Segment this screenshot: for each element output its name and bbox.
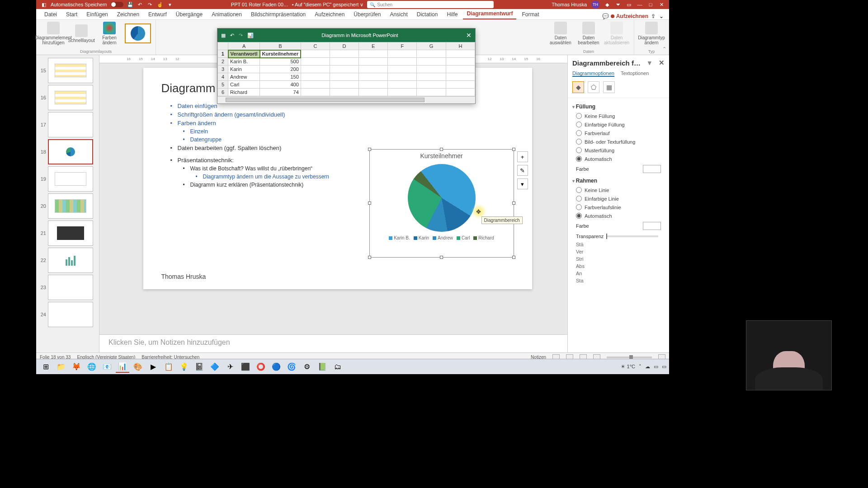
thumb-23[interactable]: 23 <box>36 274 99 301</box>
cell[interactable]: 200 <box>260 66 301 73</box>
taskbar-app-icon[interactable]: 🌀 <box>285 361 298 373</box>
tab-uebergaenge[interactable]: Übergänge <box>172 9 206 19</box>
fill-line-icon[interactable]: ◆ <box>572 81 584 93</box>
select-all-cell[interactable] <box>218 42 228 50</box>
truncated-option[interactable]: Abs <box>572 263 665 270</box>
thumb-19[interactable]: 19 <box>36 165 99 192</box>
fill-option[interactable]: Musterfüllung <box>572 146 665 155</box>
tray-icon[interactable]: ▭ <box>654 364 658 370</box>
chart-title[interactable]: Kursteilnehmer <box>370 150 514 162</box>
row-header[interactable]: 1 <box>218 50 228 58</box>
system-tray[interactable]: ☀ 1°C ˄ ☁ ▭ ▭ <box>621 364 666 370</box>
taskbar-app-icon[interactable]: ⬛ <box>239 361 252 373</box>
tray-chevron-icon[interactable]: ˄ <box>639 364 642 370</box>
chrome-icon[interactable]: 🌐 <box>85 361 99 373</box>
outlook-icon[interactable]: 📧 <box>100 361 114 373</box>
cell[interactable]: Karin <box>228 66 260 73</box>
resize-handle[interactable] <box>512 256 515 259</box>
tab-animationen[interactable]: Animationen <box>208 9 245 19</box>
resize-handle[interactable] <box>368 202 371 205</box>
datasheet-grid[interactable]: A B C D E F G H 1 Verantwortl Kursteilne… <box>217 42 475 96</box>
tab-ueberpruefen[interactable]: Überprüfen <box>350 9 384 19</box>
fill-option[interactable]: Keine Füllung <box>572 112 665 120</box>
chart-style-selected[interactable] <box>125 23 151 43</box>
cell[interactable]: Andrew <box>228 73 260 81</box>
column-header[interactable]: G <box>417 42 446 50</box>
cell[interactable]: Carl <box>228 81 260 89</box>
onenote-icon[interactable]: 📓 <box>193 361 206 373</box>
border-option[interactable]: Automatisch <box>572 211 665 220</box>
truncated-option[interactable]: Stri <box>572 255 665 263</box>
row-header[interactable]: 5 <box>218 81 228 89</box>
chart-object[interactable]: Kursteilnehmer Karin B. Karin Andrew Car… <box>369 149 514 258</box>
taskbar-app-icon[interactable]: 🔷 <box>208 361 222 373</box>
thumb-18[interactable]: 18 <box>36 138 99 165</box>
tab-bildschirm[interactable]: Bildschirmpräsentation <box>247 9 309 19</box>
excel-icon[interactable]: 📗 <box>316 361 329 373</box>
cell[interactable]: 400 <box>260 81 301 89</box>
chart-filter-button[interactable]: ▾ <box>517 178 528 189</box>
notes-pane[interactable]: Klicken Sie, um Notizen hinzuzufügen <box>99 334 567 352</box>
quick-layout-button[interactable]: Schnelllayout <box>69 24 94 43</box>
cell[interactable]: Richard <box>228 89 260 96</box>
row-header[interactable]: 4 <box>218 73 228 81</box>
size-properties-icon[interactable]: ▦ <box>603 81 615 93</box>
user-name[interactable]: Thomas Hruska <box>552 2 587 7</box>
autosave-toggle[interactable] <box>111 2 123 7</box>
user-avatar[interactable]: TH <box>591 0 599 9</box>
pie-chart[interactable] <box>408 164 476 232</box>
effects-icon[interactable]: ⬠ <box>588 81 599 93</box>
start-button[interactable]: ⊞ <box>39 361 52 373</box>
window-icon[interactable]: ▭ <box>626 1 632 8</box>
share-icon[interactable]: ⇪ <box>650 13 656 19</box>
close-pane-icon[interactable]: ✕ <box>659 59 665 67</box>
tab-format[interactable]: Format <box>518 9 542 19</box>
fill-section-title[interactable]: Füllung <box>572 103 665 110</box>
onedrive-icon[interactable]: ☁ <box>645 364 650 370</box>
thumb-16[interactable]: 16 <box>36 84 99 111</box>
powerpoint-icon[interactable]: 📊 <box>116 361 129 373</box>
cell[interactable]: Verantwortl <box>228 50 260 58</box>
fill-option[interactable]: Farbverlauf <box>572 129 665 137</box>
thumb-20[interactable]: 20 <box>36 192 99 220</box>
vlc-icon[interactable]: ▶ <box>146 361 160 373</box>
change-chart-type-button[interactable]: Diagrammtyp ändern <box>639 22 664 45</box>
explorer-icon[interactable]: 📁 <box>54 361 68 373</box>
tab-dictation[interactable]: Dictation <box>413 9 442 19</box>
cell[interactable]: 74 <box>260 89 301 96</box>
ribbon-collapse-icon[interactable]: ⌃ <box>662 46 666 52</box>
column-header[interactable]: D <box>330 42 359 50</box>
taskbar-app-icon[interactable]: 📋 <box>162 361 175 373</box>
chart-options-tab[interactable]: Diagrammoptionen <box>572 70 614 77</box>
bell-icon[interactable]: ⏷ <box>615 1 621 8</box>
border-option[interactable]: Keine Linie <box>572 186 665 194</box>
column-header[interactable]: C <box>301 42 330 50</box>
taskbar-app-icon[interactable]: 🗂 <box>331 361 344 373</box>
slide-thumbnails[interactable]: 15 16 17 18 19 20 21 22 23 24 <box>36 55 99 352</box>
resize-handle[interactable] <box>440 148 443 151</box>
column-header[interactable]: B <box>260 42 301 50</box>
weather-widget[interactable]: ☀ 1°C <box>621 364 635 370</box>
resize-handle[interactable] <box>368 256 371 259</box>
truncated-option[interactable]: Stä <box>572 241 665 248</box>
slide-author[interactable]: Thomas Hruska <box>161 273 206 280</box>
truncated-option[interactable]: Sta <box>572 277 665 284</box>
tab-entwurf[interactable]: Entwurf <box>145 9 170 19</box>
thumb-22[interactable]: 22 <box>36 247 99 274</box>
column-header[interactable]: E <box>359 42 388 50</box>
fill-color-picker[interactable] <box>643 165 661 173</box>
datasheet-chart-icon[interactable]: 📊 <box>247 33 254 38</box>
add-chart-element-button[interactable]: Diagrammelement hinzufügen <box>41 22 66 45</box>
border-option[interactable]: Einfarbige Linie <box>572 194 665 203</box>
touch-icon[interactable]: ☝ <box>157 1 163 8</box>
zoom-slider[interactable] <box>607 357 652 358</box>
row-header[interactable]: 6 <box>218 89 228 96</box>
firefox-icon[interactable]: 🦊 <box>70 361 83 373</box>
cell[interactable]: Kursteilnehmer <box>260 50 301 58</box>
tab-datei[interactable]: Datei <box>41 9 61 19</box>
comments-icon[interactable]: 💬 <box>603 13 609 19</box>
chart-legend[interactable]: Karin B. Karin Andrew Carl Richard <box>370 235 514 240</box>
undo-icon[interactable]: ↶ <box>137 1 143 8</box>
bullet[interactable]: Einzeln <box>183 128 514 135</box>
fill-option[interactable]: Einfarbige Füllung <box>572 120 665 129</box>
